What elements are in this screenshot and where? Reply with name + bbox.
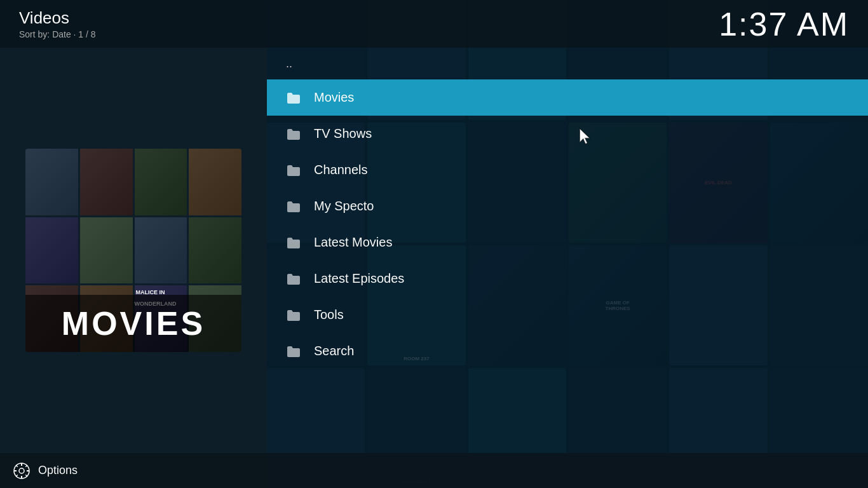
header-left: Videos Sort by: Date · 1 / 8: [19, 8, 96, 39]
svg-point-1: [19, 468, 24, 473]
collage-cell: [80, 217, 133, 284]
svg-line-8: [25, 464, 27, 466]
options-icon[interactable]: [13, 462, 31, 480]
folder-icon: [286, 273, 301, 285]
bottom-bar: Options: [0, 453, 868, 488]
left-panel: MALICE INWONDERLAND MOVIES: [0, 48, 267, 453]
folder-icon: [286, 309, 301, 322]
page-title: Videos: [19, 8, 96, 28]
back-label: ..: [286, 50, 292, 78]
menu-item-back[interactable]: ..: [267, 48, 868, 79]
menu-label-tv-shows: TV Shows: [314, 126, 372, 141]
menu-item-latest-episodes[interactable]: Latest Episodes: [267, 261, 868, 297]
menu-label-tools: Tools: [314, 308, 344, 322]
folder-icon: [286, 164, 301, 177]
sort-info: Sort by: Date · 1 / 8: [19, 29, 96, 39]
collage-cell: [25, 217, 78, 284]
clock: 1:37 AM: [719, 5, 849, 43]
menu-label-search: Search: [314, 344, 354, 358]
menu-item-tools[interactable]: Tools: [267, 297, 868, 333]
menu-area: .. Movies TV Shows Channels: [267, 48, 868, 453]
svg-line-7: [25, 475, 27, 477]
collage-cell: [135, 149, 187, 215]
movies-collage: MALICE INWONDERLAND MOVIES: [25, 149, 241, 352]
svg-line-6: [16, 464, 18, 466]
svg-line-9: [16, 475, 18, 477]
menu-label-movies: Movies: [314, 90, 354, 105]
menu-item-tv-shows[interactable]: TV Shows: [267, 116, 868, 152]
menu-label-my-specto: My Specto: [314, 199, 374, 214]
folder-icon: [286, 128, 301, 140]
folder-icon: [286, 92, 301, 104]
collage-cell: [25, 149, 78, 215]
header-bar: Videos Sort by: Date · 1 / 8 1:37 AM: [0, 0, 868, 48]
menu-item-search[interactable]: Search: [267, 333, 868, 369]
collage-cell: [80, 149, 133, 215]
collage-cell: [189, 149, 241, 215]
menu-item-latest-movies[interactable]: Latest Movies: [267, 224, 868, 261]
movies-label: MOVIES: [25, 295, 241, 352]
menu-label-channels: Channels: [314, 163, 368, 177]
folder-icon: [286, 200, 301, 213]
collage-cell: [189, 217, 241, 284]
options-label[interactable]: Options: [38, 464, 78, 477]
folder-icon: [286, 236, 301, 249]
collage-cell: [135, 217, 187, 284]
menu-item-movies[interactable]: Movies: [267, 79, 868, 116]
menu-label-latest-episodes: Latest Episodes: [314, 271, 404, 286]
menu-item-my-specto[interactable]: My Specto: [267, 188, 868, 224]
menu-item-channels[interactable]: Channels: [267, 152, 868, 188]
folder-icon: [286, 345, 301, 358]
menu-label-latest-movies: Latest Movies: [314, 235, 392, 250]
